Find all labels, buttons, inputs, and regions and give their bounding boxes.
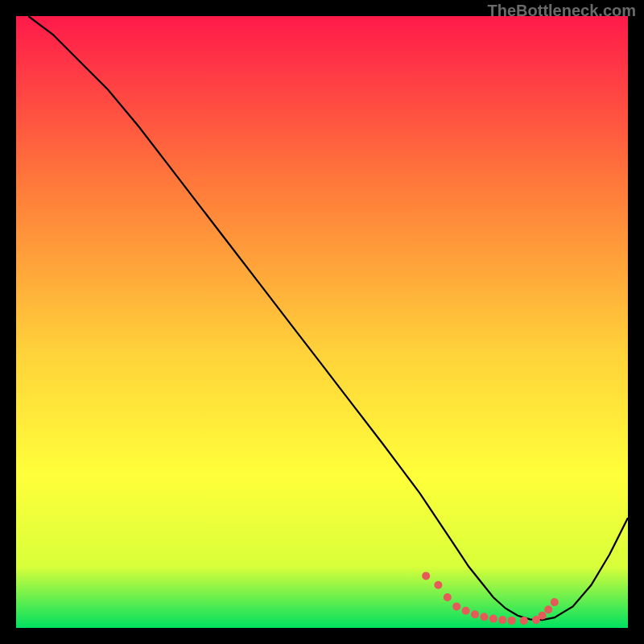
highlight-dot [508,617,516,625]
highlight-dot [480,613,488,621]
gradient-background [16,16,628,628]
chart-container: TheBottleneck.com [0,0,644,644]
highlight-dot [539,612,547,620]
highlight-dot [489,615,497,623]
highlight-dot [520,617,528,625]
highlight-dot [444,593,452,601]
highlight-dot [544,605,552,613]
highlight-dot [471,610,479,618]
highlight-dot [452,602,460,610]
plot-area [16,16,628,628]
highlight-dot [498,616,506,624]
highlight-dot [422,572,430,580]
highlight-dot [434,581,442,589]
watermark-text: TheBottleneck.com [488,2,636,20]
highlight-dot [462,607,470,615]
highlight-dot [551,598,559,606]
chart-svg [16,16,628,628]
